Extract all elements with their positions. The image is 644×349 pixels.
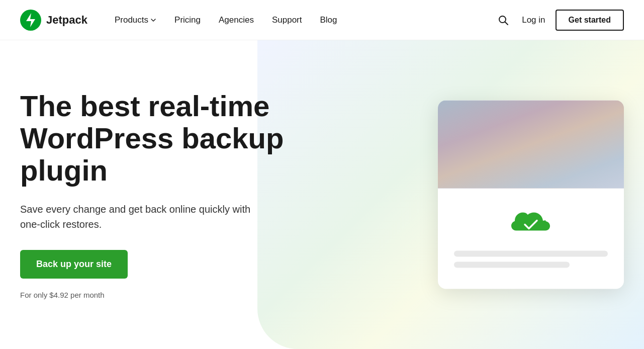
logo-icon [20,10,41,31]
hero-visual [438,101,624,289]
nav-agencies[interactable]: Agencies [212,11,261,29]
search-button[interactable] [495,12,512,29]
nav-links: Products Pricing Agencies Support Blog [108,11,495,29]
cloud-check-icon [511,207,551,239]
logo-text: Jetpack [46,14,87,27]
nav-support[interactable]: Support [265,11,309,29]
nav-blog[interactable]: Blog [313,11,344,29]
cta-button[interactable]: Back up your site [20,250,128,279]
logo-link[interactable]: Jetpack [20,10,87,31]
hero-subtitle: Save every change and get back online qu… [20,202,261,232]
backup-card [438,101,624,289]
search-icon [498,15,509,26]
card-image [438,101,624,189]
pricing-note: For only $4.92 per month [20,291,334,299]
login-link[interactable]: Log in [522,15,545,25]
card-body [438,189,624,289]
get-started-button[interactable]: Get started [556,10,624,31]
hero-content: The best real-time WordPress backup plug… [0,90,354,299]
hero-title: The best real-time WordPress backup plug… [20,90,334,186]
chevron-down-icon [150,17,156,23]
hero-section: The best real-time WordPress backup plug… [0,40,644,349]
card-line-2 [454,262,570,268]
nav-products[interactable]: Products [108,11,163,29]
navbar: Jetpack Products Pricing Agencies Suppor… [0,0,644,40]
nav-right: Log in Get started [495,10,624,31]
card-image-inner [438,101,624,189]
nav-pricing[interactable]: Pricing [167,11,208,29]
card-line-1 [454,251,608,257]
